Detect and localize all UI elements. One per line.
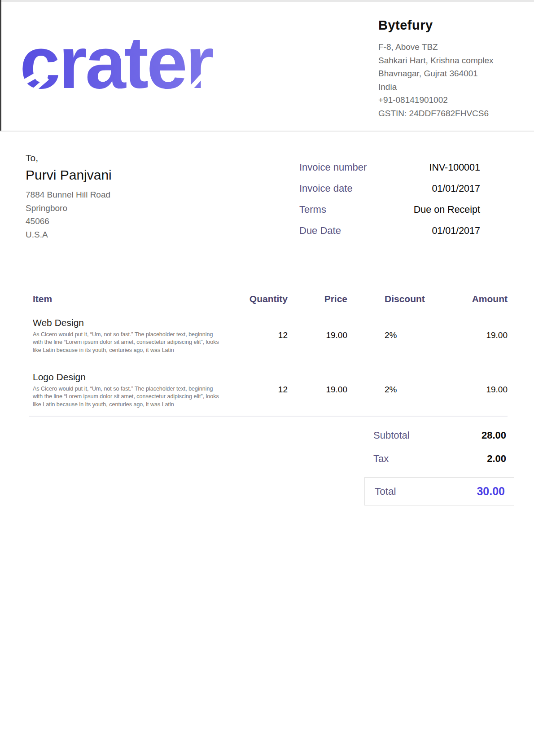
customer-address: 7884 Bunnel Hill Road Springboro 45066 U… bbox=[26, 188, 214, 241]
crater-logo-icon: crater bbox=[22, 22, 223, 94]
invoice-page: crater Bytefury F-8, Above TBZ Sahkari H… bbox=[0, 0, 534, 756]
subtotal-row: Subtotal 28.00 bbox=[373, 430, 506, 441]
items-table-header: Item Quantity Price Discount Amount bbox=[33, 294, 508, 304]
item-discount: 2% bbox=[385, 316, 432, 354]
item-description: As Cicero would put it, “Um, not so fast… bbox=[33, 385, 226, 409]
company-gstin: GSTIN: 24DDF7682FHVCS6 bbox=[378, 107, 526, 120]
left-border-bar bbox=[0, 0, 1, 131]
invoice-number-label: Invoice number bbox=[296, 162, 367, 173]
customer-address-line: Springboro bbox=[26, 202, 214, 215]
header-divider bbox=[0, 131, 534, 132]
item-quantity: 12 bbox=[229, 316, 288, 354]
crater-logo: crater bbox=[22, 22, 223, 94]
bill-to-label: To, bbox=[26, 153, 214, 163]
subtotal-value: 28.00 bbox=[481, 430, 506, 441]
cell-spacer bbox=[347, 371, 385, 409]
customer-address-line: 7884 Bunnel Hill Road bbox=[26, 188, 214, 202]
invoice-date-value: 01/01/2017 bbox=[432, 183, 480, 194]
company-phone: +91-08141901002 bbox=[378, 93, 526, 107]
due-date-value: 01/01/2017 bbox=[432, 225, 480, 237]
column-header-quantity: Quantity bbox=[229, 294, 288, 304]
invoice-number-value: INV-100001 bbox=[429, 162, 480, 173]
item-price: 19.00 bbox=[288, 371, 347, 409]
item-description: As Cicero would put it, “Um, not so fast… bbox=[33, 331, 226, 354]
column-spacer bbox=[347, 294, 385, 304]
tax-row: Tax 2.00 bbox=[373, 453, 506, 465]
invoice-date-row: Invoice date 01/01/2017 bbox=[296, 183, 480, 194]
customer-address-line: U.S.A bbox=[26, 228, 214, 242]
company-name: Bytefury bbox=[378, 18, 526, 33]
column-header-price: Price bbox=[288, 294, 347, 304]
bill-to-block: To, Purvi Panjvani 7884 Bunnel Hill Road… bbox=[26, 153, 214, 241]
customer-address-line: 45066 bbox=[26, 215, 214, 228]
grand-total-box: Total 30.00 bbox=[364, 477, 514, 505]
logo-wordmark: crater bbox=[22, 22, 213, 94]
grand-total-label: Total bbox=[375, 486, 396, 497]
terms-value: Due on Receipt bbox=[414, 204, 480, 215]
item-amount: 19.00 bbox=[432, 371, 508, 409]
column-header-discount: Discount bbox=[385, 294, 432, 304]
item-name: Web Design bbox=[33, 316, 229, 329]
invoice-date-label: Invoice date bbox=[296, 183, 353, 194]
item-amount: 19.00 bbox=[432, 316, 508, 354]
table-row: Web Design As Cicero would put it, “Um, … bbox=[33, 316, 508, 354]
company-address-line: Bhavnagar, Gujrat 364001 bbox=[378, 67, 526, 80]
cell-spacer bbox=[347, 316, 385, 354]
invoice-meta: Invoice number INV-100001 Invoice date 0… bbox=[296, 162, 480, 246]
subtotal-label: Subtotal bbox=[373, 430, 410, 441]
item-discount: 2% bbox=[385, 371, 432, 409]
terms-row: Terms Due on Receipt bbox=[296, 204, 480, 215]
tax-label: Tax bbox=[373, 453, 389, 465]
terms-label: Terms bbox=[296, 204, 326, 215]
column-header-item: Item bbox=[33, 294, 229, 304]
customer-name: Purvi Panjvani bbox=[26, 167, 214, 183]
totals-divider bbox=[29, 416, 508, 417]
due-date-label: Due Date bbox=[296, 225, 341, 237]
company-address: F-8, Above TBZ Sahkari Hart, Krishna com… bbox=[378, 40, 526, 120]
tax-value: 2.00 bbox=[487, 453, 506, 465]
table-row: Logo Design As Cicero would put it, “Um,… bbox=[33, 371, 508, 409]
invoice-number-row: Invoice number INV-100001 bbox=[296, 162, 480, 173]
company-address-line: Sahkari Hart, Krishna complex bbox=[378, 54, 526, 67]
item-quantity: 12 bbox=[229, 371, 288, 409]
grand-total-value: 30.00 bbox=[477, 485, 505, 498]
item-price: 19.00 bbox=[288, 316, 347, 354]
company-address-line: F-8, Above TBZ bbox=[378, 40, 526, 54]
item-cell: Logo Design As Cicero would put it, “Um,… bbox=[33, 371, 229, 409]
item-cell: Web Design As Cicero would put it, “Um, … bbox=[33, 316, 229, 354]
column-header-amount: Amount bbox=[432, 294, 508, 304]
company-block: Bytefury F-8, Above TBZ Sahkari Hart, Kr… bbox=[378, 18, 526, 120]
company-address-line: India bbox=[378, 80, 526, 94]
item-name: Logo Design bbox=[33, 371, 229, 383]
top-border-strip bbox=[0, 0, 534, 2]
due-date-row: Due Date 01/01/2017 bbox=[296, 225, 480, 237]
